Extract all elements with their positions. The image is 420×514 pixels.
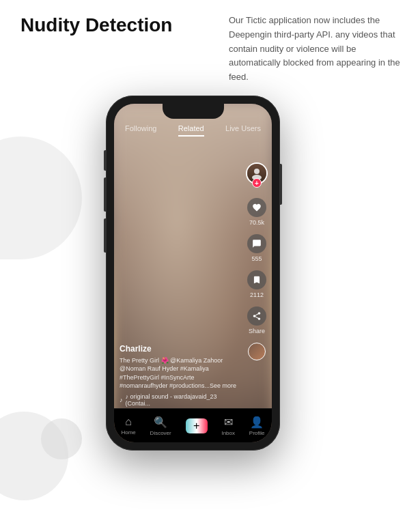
tab-related[interactable]: Related xyxy=(178,124,204,137)
like-button[interactable]: 70.5k xyxy=(247,198,266,226)
phone-screen: Following Related Live Users xyxy=(114,104,272,442)
action-icons: + 70.5k xyxy=(246,162,268,360)
svg-point-0 xyxy=(254,169,260,174)
side-button-vol-up xyxy=(104,177,106,212)
discover-icon: 🔍 xyxy=(154,416,167,429)
music-note-icon: ♪ xyxy=(120,397,123,403)
sound-info: ♪ ♪ original sound - wardajavaid_23 (Con… xyxy=(120,393,241,407)
profile-icon: 👤 xyxy=(250,416,264,429)
share-label: Share xyxy=(249,328,265,334)
nav-inbox[interactable]: ✉ Inbox xyxy=(221,416,235,436)
profile-label: Profile xyxy=(249,430,265,436)
sound-text: ♪ original sound - wardajavaid_23 (Conta… xyxy=(126,393,242,407)
like-count: 70.5k xyxy=(249,219,264,226)
tab-bar: Following Related Live Users xyxy=(114,119,272,137)
bookmark-icon xyxy=(247,270,266,289)
video-caption: The Pretty Girl 🌺 @Kamaliya Zahoor @Noma… xyxy=(120,356,241,390)
heart-icon xyxy=(247,198,266,217)
discover-label: Discover xyxy=(150,430,171,436)
caption-line2: @Noman Rauf Hyder #Kamaliya xyxy=(120,365,209,372)
side-button-power xyxy=(280,164,282,205)
caption-line3: #ThePrettyGirl #InSyncArte xyxy=(120,374,195,381)
bookmark-count: 2112 xyxy=(250,291,264,298)
phone-outer: Following Related Live Users xyxy=(106,96,280,451)
nav-discover[interactable]: 🔍 Discover xyxy=(150,416,171,436)
comment-button[interactable]: 555 xyxy=(247,234,266,262)
decorative-blob-small xyxy=(41,418,82,459)
bookmark-button[interactable]: 2112 xyxy=(247,270,266,298)
create-plus-button[interactable]: + xyxy=(186,418,208,433)
creator-avatar-container[interactable]: + xyxy=(246,162,268,184)
nav-profile[interactable]: 👤 Profile xyxy=(249,416,265,436)
phone-mockup: Following Related Live Users xyxy=(106,96,280,451)
side-button-mute xyxy=(104,150,106,171)
inbox-icon: ✉ xyxy=(224,416,233,429)
video-screen: Following Related Live Users xyxy=(114,104,272,442)
comment-icon xyxy=(247,234,266,253)
caption-line1: The Pretty Girl 🌺 @Kamaliya Zahoor xyxy=(120,357,223,364)
phone-notch xyxy=(163,104,224,119)
inbox-label: Inbox xyxy=(221,430,235,436)
comment-count: 555 xyxy=(251,255,262,262)
nav-home[interactable]: ⌂ Home xyxy=(121,416,135,436)
follow-plus-button[interactable]: + xyxy=(252,178,262,188)
nav-create[interactable]: + xyxy=(186,418,208,433)
home-icon: ⌂ xyxy=(125,416,132,428)
tab-following[interactable]: Following xyxy=(125,124,156,137)
share-icon xyxy=(247,306,266,326)
description-text: Our Tictic application now includes the … xyxy=(229,14,406,85)
home-label: Home xyxy=(121,429,135,436)
caption-line4: #nomanraufhyder #productions...See more xyxy=(120,382,236,389)
decorative-blob-left xyxy=(0,137,82,259)
tab-live-users[interactable]: Live Users xyxy=(225,124,261,137)
video-info: Charlize The Pretty Girl 🌺 @Kamaliya Zah… xyxy=(120,344,241,407)
music-disc xyxy=(248,343,266,360)
share-button[interactable]: Share xyxy=(247,306,266,334)
bottom-navigation: ⌂ Home 🔍 Discover + ✉ Inbox xyxy=(114,408,272,442)
video-username: Charlize xyxy=(120,344,241,354)
side-button-vol-down xyxy=(104,218,106,253)
